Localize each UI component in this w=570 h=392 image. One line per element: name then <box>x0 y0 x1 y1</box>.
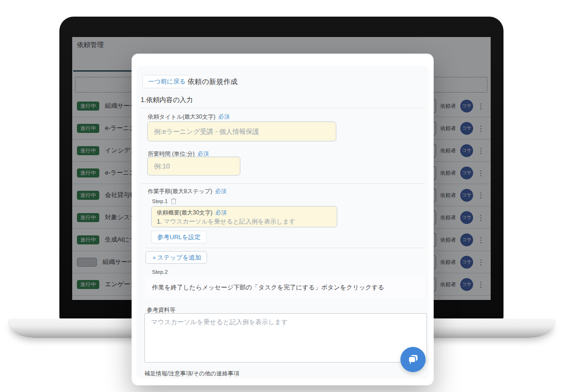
request-title-input[interactable] <box>147 121 336 141</box>
divider <box>141 108 425 108</box>
notes-label: 補足情報/注意事項/その他の連絡事項 <box>144 370 239 378</box>
reference-materials-textarea[interactable] <box>144 313 427 363</box>
add-step-button[interactable]: ＋ステップを追加 <box>145 251 207 264</box>
divider <box>145 248 425 248</box>
step2-text: 作業を終了したらメッセージ下部の「タスクを完了にする」ボタンをクリックする <box>152 283 384 292</box>
back-button[interactable]: 一つ前に戻る <box>142 75 191 88</box>
required-badge: 必須 <box>198 150 209 157</box>
required-badge: 必須 <box>218 113 229 120</box>
step2-label: Step.2 <box>152 269 168 275</box>
step2-fixed-row: 作業を終了したらメッセージ下部の「タスクを完了にする」ボタンをクリックする <box>145 277 426 298</box>
chat-bubble-icon <box>407 354 419 366</box>
step1-label: Step.1 <box>152 197 177 205</box>
required-badge: 必須 <box>215 188 227 195</box>
modal-title: 依頼の新規作成 <box>188 77 238 86</box>
delete-step-icon[interactable] <box>171 197 177 205</box>
set-reference-url-button[interactable]: 参考URLを設定 <box>151 231 207 243</box>
chat-launcher-button[interactable] <box>400 347 426 372</box>
modal-panel: 一つ前に戻る 依頼の新規作成 1.依頼内容の入力 依頼タイトル(最大30文字)必… <box>136 66 429 379</box>
divider <box>141 183 425 184</box>
page-background: 依頼管理 進行中 組織サーベイ回 複製作成 依頼者 コサ ⋮ 進行中 e-ラーニ… <box>0 0 570 392</box>
step1-overview-label: 依頼概要(最大30文字)必須 <box>157 209 332 217</box>
step1-overview-field[interactable]: 依頼概要(最大30文字)必須 1. マウスカーソルを乗せると記入例を表示します <box>151 206 337 227</box>
new-request-modal: 一つ前に戻る 依頼の新規作成 1.依頼内容の入力 依頼タイトル(最大30文字)必… <box>132 54 434 385</box>
section-title: 1.依頼内容の入力 <box>141 96 193 104</box>
request-title-label: 依頼タイトル(最大30文字)必須 <box>148 113 229 121</box>
steps-label: 作業手順(最大8ステップ)必須 <box>148 187 227 196</box>
duration-input[interactable] <box>147 157 240 176</box>
required-badge: 必須 <box>215 209 227 216</box>
step1-overview-placeholder: 1. マウスカーソルを乗せると記入例を表示します <box>157 217 332 226</box>
